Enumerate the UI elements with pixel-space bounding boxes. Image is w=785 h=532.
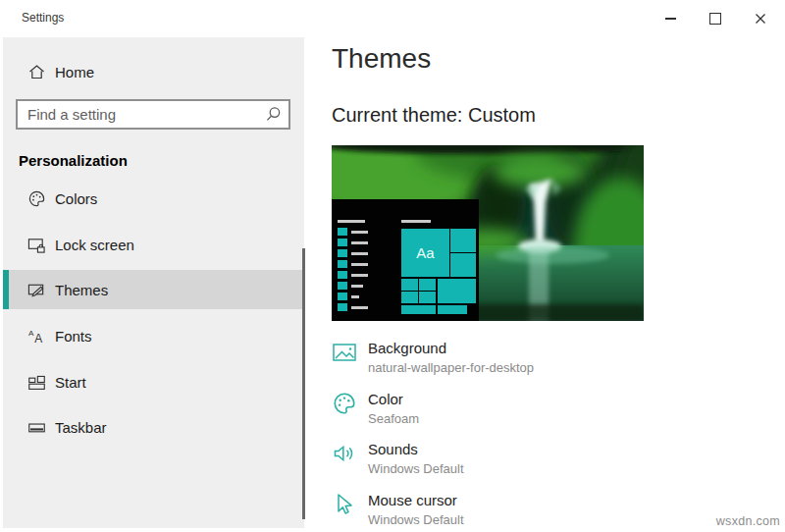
menu-line xyxy=(351,231,368,234)
sidebar: Home Personalization xyxy=(3,2,304,528)
start-tile xyxy=(450,253,476,277)
menu-tile xyxy=(338,228,347,236)
start-tile xyxy=(419,292,436,303)
start-tile xyxy=(438,279,476,303)
minimize-icon xyxy=(665,18,676,20)
menu-line xyxy=(351,295,359,298)
sidebar-item-taskbar[interactable]: Taskbar xyxy=(3,407,304,447)
setting-label: Color xyxy=(368,391,419,408)
current-theme-label: Current theme: Custom xyxy=(332,104,536,127)
setting-value: Windows Default xyxy=(368,512,464,527)
menu-tile xyxy=(338,303,347,311)
setting-value: natural-wallpaper-for-desktop xyxy=(368,360,534,375)
minimize-button[interactable] xyxy=(648,2,693,35)
start-tile xyxy=(450,229,476,252)
window-title: Settings xyxy=(22,11,64,25)
menu-tile xyxy=(338,239,347,246)
menu-line xyxy=(351,274,368,277)
setting-texts: Color Seafoam xyxy=(368,391,419,426)
maximize-button[interactable] xyxy=(693,2,738,35)
aa-tile-label: Aa xyxy=(416,244,434,261)
sidebar-scrollbar[interactable] xyxy=(302,248,305,519)
sidebar-section-personalization: Personalization xyxy=(19,152,128,169)
aa-tile: Aa xyxy=(401,229,449,277)
start-icon xyxy=(26,372,46,392)
taskbar-icon xyxy=(26,417,46,437)
start-tile xyxy=(438,305,467,314)
sidebar-item-label: Start xyxy=(55,374,86,391)
setting-row-mouse-cursor[interactable]: Mouse cursor Windows Default xyxy=(332,492,464,527)
sidebar-item-label: Taskbar xyxy=(55,419,107,436)
menu-line xyxy=(351,241,368,244)
start-tile xyxy=(401,279,418,291)
menu-line xyxy=(338,220,365,223)
setting-label: Mouse cursor xyxy=(368,492,464,509)
menu-line xyxy=(351,263,368,266)
title-bar: Settings xyxy=(3,2,783,37)
menu-tile xyxy=(338,293,347,300)
menu-line xyxy=(351,252,368,255)
sidebar-item-label: Lock screen xyxy=(55,237,134,253)
palette-icon xyxy=(26,188,46,208)
close-icon xyxy=(755,13,766,25)
setting-value: Windows Default xyxy=(368,461,464,476)
sidebar-item-label: Fonts xyxy=(55,328,92,345)
menu-line xyxy=(351,285,363,288)
setting-texts: Background natural-wallpaper-for-desktop xyxy=(368,340,534,375)
page-title: Themes xyxy=(332,43,431,75)
theme-preview-image: Aa xyxy=(332,145,644,321)
window-controls xyxy=(648,2,783,35)
start-menu-preview: Aa xyxy=(332,199,479,321)
cursor-icon xyxy=(332,492,357,517)
sidebar-item-lock-screen[interactable]: Lock screen xyxy=(3,225,304,264)
maximize-icon xyxy=(709,13,721,25)
menu-tile xyxy=(338,249,347,257)
watermark: wsxdn.com xyxy=(716,514,780,528)
setting-label: Sounds xyxy=(368,441,464,458)
setting-row-background[interactable]: Background natural-wallpaper-for-desktop xyxy=(332,340,534,375)
sidebar-item-label: Colors xyxy=(55,190,97,207)
setting-value: Seafoam xyxy=(368,411,419,426)
tiles-title-line xyxy=(401,220,431,223)
sidebar-item-colors[interactable]: Colors xyxy=(3,179,304,218)
sidebar-item-themes[interactable]: Themes xyxy=(3,270,304,309)
sidebar-item-label: Home xyxy=(55,64,94,80)
image-icon xyxy=(332,340,357,365)
palette-icon xyxy=(332,391,357,416)
setting-texts: Mouse cursor Windows Default xyxy=(368,492,464,527)
sidebar-item-start[interactable]: Start xyxy=(3,362,304,401)
sidebar-item-home[interactable]: Home xyxy=(3,52,304,91)
setting-label: Background xyxy=(368,340,534,357)
search-input[interactable] xyxy=(18,101,288,128)
fonts-icon: A A xyxy=(26,326,46,346)
menu-tile xyxy=(338,260,347,268)
lock-screen-icon xyxy=(26,235,46,254)
svg-text:A: A xyxy=(27,329,33,338)
menu-tile xyxy=(338,282,347,290)
home-icon xyxy=(26,62,46,81)
setting-row-color[interactable]: Color Seafoam xyxy=(332,391,419,426)
menu-line xyxy=(351,306,368,309)
sidebar-item-label: Themes xyxy=(55,282,108,298)
speaker-icon xyxy=(332,441,357,466)
svg-text:A: A xyxy=(34,331,42,345)
start-tile xyxy=(401,292,418,303)
themes-icon xyxy=(26,280,46,299)
settings-window: Settings Home xyxy=(0,0,785,532)
menu-tile xyxy=(338,271,347,279)
search-icon[interactable] xyxy=(265,106,282,123)
sidebar-item-fonts[interactable]: A A Fonts xyxy=(3,316,304,355)
setting-row-sounds[interactable]: Sounds Windows Default xyxy=(332,441,464,476)
setting-texts: Sounds Windows Default xyxy=(368,441,464,476)
start-tile xyxy=(401,305,436,314)
close-button[interactable] xyxy=(738,2,783,35)
main-pane: Themes Current theme: Custom xyxy=(304,2,783,528)
start-tile xyxy=(419,279,436,291)
search-box xyxy=(16,99,290,130)
